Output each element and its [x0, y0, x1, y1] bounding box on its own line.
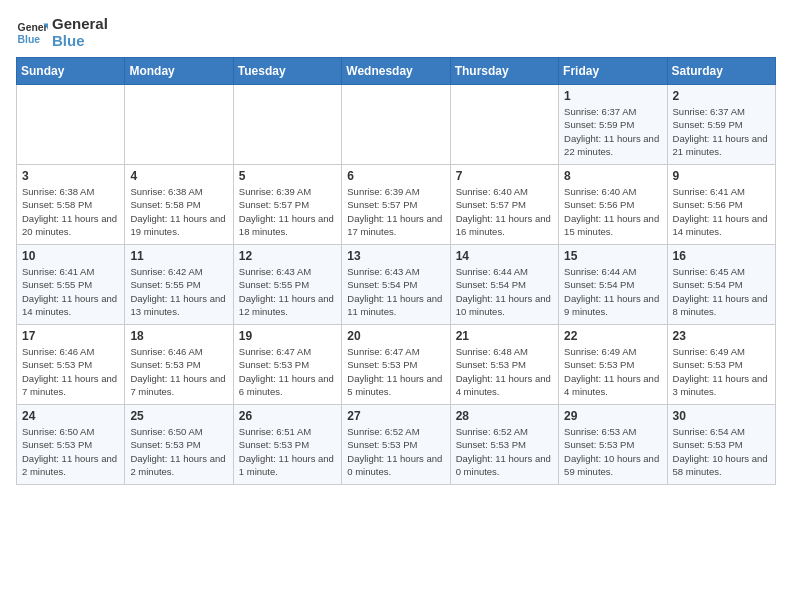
weekday-header-friday: Friday — [559, 58, 667, 85]
calendar-cell: 7Sunrise: 6:40 AM Sunset: 5:57 PM Daylig… — [450, 165, 558, 245]
day-info: Sunrise: 6:39 AM Sunset: 5:57 PM Dayligh… — [239, 185, 336, 238]
calendar-cell: 18Sunrise: 6:46 AM Sunset: 5:53 PM Dayli… — [125, 325, 233, 405]
calendar-week-1: 1Sunrise: 6:37 AM Sunset: 5:59 PM Daylig… — [17, 85, 776, 165]
day-info: Sunrise: 6:49 AM Sunset: 5:53 PM Dayligh… — [673, 345, 770, 398]
calendar-cell: 21Sunrise: 6:48 AM Sunset: 5:53 PM Dayli… — [450, 325, 558, 405]
calendar-week-2: 3Sunrise: 6:38 AM Sunset: 5:58 PM Daylig… — [17, 165, 776, 245]
day-info: Sunrise: 6:42 AM Sunset: 5:55 PM Dayligh… — [130, 265, 227, 318]
logo-blue: Blue — [52, 33, 108, 50]
weekday-header-thursday: Thursday — [450, 58, 558, 85]
calendar-cell: 24Sunrise: 6:50 AM Sunset: 5:53 PM Dayli… — [17, 405, 125, 485]
day-info: Sunrise: 6:44 AM Sunset: 5:54 PM Dayligh… — [564, 265, 661, 318]
day-number: 9 — [673, 169, 770, 183]
page-header: General Blue General Blue — [16, 16, 776, 49]
calendar-cell: 2Sunrise: 6:37 AM Sunset: 5:59 PM Daylig… — [667, 85, 775, 165]
calendar-week-4: 17Sunrise: 6:46 AM Sunset: 5:53 PM Dayli… — [17, 325, 776, 405]
calendar-cell: 27Sunrise: 6:52 AM Sunset: 5:53 PM Dayli… — [342, 405, 450, 485]
calendar-cell: 14Sunrise: 6:44 AM Sunset: 5:54 PM Dayli… — [450, 245, 558, 325]
calendar-cell: 20Sunrise: 6:47 AM Sunset: 5:53 PM Dayli… — [342, 325, 450, 405]
day-number: 12 — [239, 249, 336, 263]
calendar-cell: 28Sunrise: 6:52 AM Sunset: 5:53 PM Dayli… — [450, 405, 558, 485]
calendar-week-5: 24Sunrise: 6:50 AM Sunset: 5:53 PM Dayli… — [17, 405, 776, 485]
calendar-cell — [450, 85, 558, 165]
day-number: 6 — [347, 169, 444, 183]
svg-text:Blue: Blue — [18, 33, 41, 44]
day-number: 10 — [22, 249, 119, 263]
calendar-cell: 25Sunrise: 6:50 AM Sunset: 5:53 PM Dayli… — [125, 405, 233, 485]
calendar-cell — [125, 85, 233, 165]
day-number: 8 — [564, 169, 661, 183]
calendar-cell: 3Sunrise: 6:38 AM Sunset: 5:58 PM Daylig… — [17, 165, 125, 245]
day-info: Sunrise: 6:53 AM Sunset: 5:53 PM Dayligh… — [564, 425, 661, 478]
calendar-cell: 19Sunrise: 6:47 AM Sunset: 5:53 PM Dayli… — [233, 325, 341, 405]
calendar-cell: 30Sunrise: 6:54 AM Sunset: 5:53 PM Dayli… — [667, 405, 775, 485]
day-number: 5 — [239, 169, 336, 183]
day-info: Sunrise: 6:41 AM Sunset: 5:56 PM Dayligh… — [673, 185, 770, 238]
day-number: 21 — [456, 329, 553, 343]
logo-general: General — [52, 16, 108, 33]
calendar-cell: 22Sunrise: 6:49 AM Sunset: 5:53 PM Dayli… — [559, 325, 667, 405]
day-info: Sunrise: 6:49 AM Sunset: 5:53 PM Dayligh… — [564, 345, 661, 398]
day-info: Sunrise: 6:40 AM Sunset: 5:57 PM Dayligh… — [456, 185, 553, 238]
day-number: 22 — [564, 329, 661, 343]
day-number: 7 — [456, 169, 553, 183]
day-number: 14 — [456, 249, 553, 263]
day-number: 16 — [673, 249, 770, 263]
day-number: 20 — [347, 329, 444, 343]
weekday-header-tuesday: Tuesday — [233, 58, 341, 85]
day-info: Sunrise: 6:43 AM Sunset: 5:55 PM Dayligh… — [239, 265, 336, 318]
calendar-cell: 29Sunrise: 6:53 AM Sunset: 5:53 PM Dayli… — [559, 405, 667, 485]
calendar-cell — [233, 85, 341, 165]
day-info: Sunrise: 6:39 AM Sunset: 5:57 PM Dayligh… — [347, 185, 444, 238]
calendar-cell: 23Sunrise: 6:49 AM Sunset: 5:53 PM Dayli… — [667, 325, 775, 405]
day-info: Sunrise: 6:43 AM Sunset: 5:54 PM Dayligh… — [347, 265, 444, 318]
svg-text:General: General — [18, 22, 48, 33]
calendar-cell: 10Sunrise: 6:41 AM Sunset: 5:55 PM Dayli… — [17, 245, 125, 325]
day-info: Sunrise: 6:52 AM Sunset: 5:53 PM Dayligh… — [347, 425, 444, 478]
day-info: Sunrise: 6:50 AM Sunset: 5:53 PM Dayligh… — [130, 425, 227, 478]
day-info: Sunrise: 6:51 AM Sunset: 5:53 PM Dayligh… — [239, 425, 336, 478]
calendar-cell — [17, 85, 125, 165]
day-info: Sunrise: 6:40 AM Sunset: 5:56 PM Dayligh… — [564, 185, 661, 238]
day-number: 1 — [564, 89, 661, 103]
day-number: 4 — [130, 169, 227, 183]
day-info: Sunrise: 6:37 AM Sunset: 5:59 PM Dayligh… — [564, 105, 661, 158]
day-info: Sunrise: 6:47 AM Sunset: 5:53 PM Dayligh… — [239, 345, 336, 398]
day-info: Sunrise: 6:45 AM Sunset: 5:54 PM Dayligh… — [673, 265, 770, 318]
day-number: 25 — [130, 409, 227, 423]
day-info: Sunrise: 6:52 AM Sunset: 5:53 PM Dayligh… — [456, 425, 553, 478]
calendar-cell — [342, 85, 450, 165]
calendar-cell: 15Sunrise: 6:44 AM Sunset: 5:54 PM Dayli… — [559, 245, 667, 325]
logo-icon: General Blue — [16, 17, 48, 49]
day-info: Sunrise: 6:47 AM Sunset: 5:53 PM Dayligh… — [347, 345, 444, 398]
day-info: Sunrise: 6:44 AM Sunset: 5:54 PM Dayligh… — [456, 265, 553, 318]
day-number: 27 — [347, 409, 444, 423]
calendar-body: 1Sunrise: 6:37 AM Sunset: 5:59 PM Daylig… — [17, 85, 776, 485]
calendar-cell: 5Sunrise: 6:39 AM Sunset: 5:57 PM Daylig… — [233, 165, 341, 245]
day-number: 29 — [564, 409, 661, 423]
calendar-cell: 17Sunrise: 6:46 AM Sunset: 5:53 PM Dayli… — [17, 325, 125, 405]
day-info: Sunrise: 6:46 AM Sunset: 5:53 PM Dayligh… — [130, 345, 227, 398]
calendar-cell: 26Sunrise: 6:51 AM Sunset: 5:53 PM Dayli… — [233, 405, 341, 485]
day-number: 15 — [564, 249, 661, 263]
calendar-cell: 8Sunrise: 6:40 AM Sunset: 5:56 PM Daylig… — [559, 165, 667, 245]
day-number: 23 — [673, 329, 770, 343]
calendar-cell: 16Sunrise: 6:45 AM Sunset: 5:54 PM Dayli… — [667, 245, 775, 325]
calendar-cell: 11Sunrise: 6:42 AM Sunset: 5:55 PM Dayli… — [125, 245, 233, 325]
day-number: 28 — [456, 409, 553, 423]
day-number: 26 — [239, 409, 336, 423]
day-number: 19 — [239, 329, 336, 343]
day-number: 30 — [673, 409, 770, 423]
day-info: Sunrise: 6:46 AM Sunset: 5:53 PM Dayligh… — [22, 345, 119, 398]
day-number: 11 — [130, 249, 227, 263]
day-number: 13 — [347, 249, 444, 263]
calendar-cell: 13Sunrise: 6:43 AM Sunset: 5:54 PM Dayli… — [342, 245, 450, 325]
day-info: Sunrise: 6:38 AM Sunset: 5:58 PM Dayligh… — [130, 185, 227, 238]
calendar-cell: 1Sunrise: 6:37 AM Sunset: 5:59 PM Daylig… — [559, 85, 667, 165]
day-info: Sunrise: 6:50 AM Sunset: 5:53 PM Dayligh… — [22, 425, 119, 478]
calendar-cell: 9Sunrise: 6:41 AM Sunset: 5:56 PM Daylig… — [667, 165, 775, 245]
day-number: 3 — [22, 169, 119, 183]
calendar-cell: 4Sunrise: 6:38 AM Sunset: 5:58 PM Daylig… — [125, 165, 233, 245]
calendar-cell: 6Sunrise: 6:39 AM Sunset: 5:57 PM Daylig… — [342, 165, 450, 245]
weekday-header-wednesday: Wednesday — [342, 58, 450, 85]
